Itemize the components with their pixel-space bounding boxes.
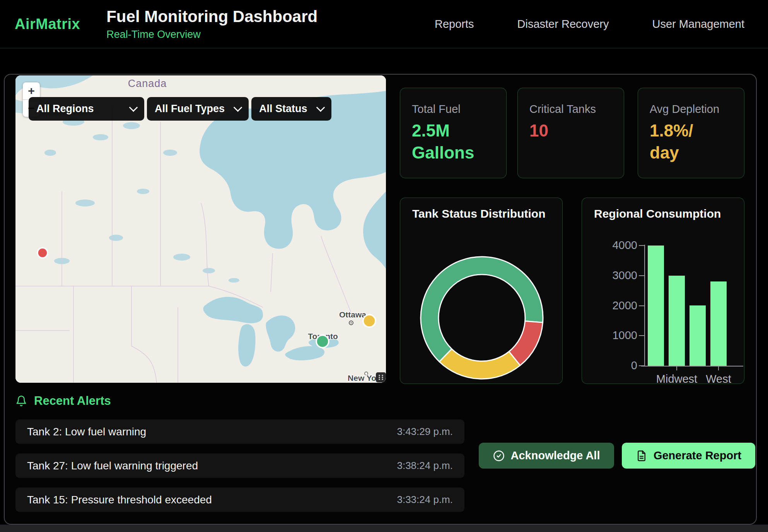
bottom-strip [0,525,768,532]
resize-grip-icon[interactable] [376,372,386,382]
bell-icon [15,395,27,407]
consumption-bar [689,305,706,366]
tank-marker-normal[interactable] [316,335,329,348]
stat-label: Avg Depletion [650,103,732,116]
check-circle-icon [493,450,505,462]
tank-marker-critical[interactable] [38,248,48,258]
map-canvas[interactable]: Canada Toronto Ottawa New York [15,75,386,383]
x-axis-tick-label: Midwest [656,373,697,385]
stat-card-total-fuel: Total Fuel 2.5MGallons [400,88,507,178]
nav-item-reports[interactable]: Reports [435,18,474,31]
generate-report-label: Generate Report [654,449,741,462]
alert-row: Tank 27: Low fuel warning triggered 3:38… [15,454,464,478]
nav-item-user-management[interactable]: User Management [652,18,744,31]
region-filter-dropdown[interactable]: All Regions [29,97,144,121]
y-axis-tick-label: 0 [595,359,637,372]
stat-value: 2.5MGallons [412,119,495,164]
stat-card-avg-depletion: Avg Depletion 1.8%/day [638,88,744,178]
consumption-bar [648,246,664,366]
page-subtitle: Real-Time Overview [106,29,317,41]
alert-row: Tank 2: Low fuel warning 3:43:29 p.m. [15,419,464,444]
alert-text: Tank 27: Low fuel warning triggered [27,460,198,472]
tank-marker-warning[interactable] [363,315,375,327]
stat-label: Total Fuel [412,103,495,116]
stat-value: 1.8%/day [650,119,732,164]
top-header: AirMatrix Fuel Monitoring Dashboard Real… [0,0,768,48]
chevron-down-icon [316,103,325,112]
y-axis-tick-label: 3000 [595,269,637,282]
status-filter-dropdown[interactable]: All Status [251,97,331,121]
y-axis-tick [639,245,644,246]
stat-label: Critical Tanks [529,103,612,116]
alert-time: 3:38:24 p.m. [397,460,453,472]
map-filter-bar: All Regions All Fuel Types All Status [29,97,331,121]
ottawa-town-dot [350,322,352,323]
tank-map[interactable]: Canada Toronto Ottawa New York + [15,75,386,383]
y-axis-tick [639,335,644,336]
consumption-bar [710,281,727,366]
fuel-type-filter-label: All Fuel Types [155,103,225,115]
acknowledge-all-button[interactable]: Acknowledge All [479,443,614,469]
tank-status-card: Tank Status Distribution [400,198,563,384]
tank-status-chart-title: Tank Status Distribution [412,207,545,220]
acknowledge-all-label: Acknowledge All [511,449,600,462]
y-axis-tick [639,365,644,366]
y-axis-tick-label: 1000 [595,329,637,342]
main-panel: Canada Toronto Ottawa New York + [4,74,757,525]
chevron-down-icon [129,103,138,112]
region-filter-label: All Regions [36,103,94,115]
status-filter-label: All Status [259,103,307,115]
donut-segment-warning [439,349,520,379]
y-axis-tick-label: 2000 [595,299,637,312]
page-title: Fuel Monitoring Dashboard [106,7,317,26]
brand-logo: AirMatrix [15,16,80,32]
y-axis-tick [639,305,644,306]
fuel-monitoring-dashboard: { "header": { "brand": "AirMatrix", "tit… [0,0,768,532]
alert-text: Tank 15: Pressure threshold exceeded [27,494,212,506]
alerts-title: Recent Alerts [34,394,111,408]
alert-time: 3:33:24 p.m. [397,494,453,506]
y-axis-tick [639,275,644,276]
document-icon [636,450,647,462]
regional-consumption-card: Regional Consumption 01000200030004000Mi… [582,198,744,384]
stat-value: 10 [529,119,612,142]
alert-row: Tank 15: Pressure threshold exceeded 3:3… [15,488,464,512]
tank-status-donut-chart [416,252,548,384]
bar-chart-plot-area [645,246,742,366]
fuel-type-filter-dropdown[interactable]: All Fuel Types [147,97,249,121]
main-nav: Reports Disaster Recovery User Managemen… [435,18,768,31]
y-axis-tick-label: 4000 [595,239,637,252]
generate-report-button[interactable]: Generate Report [622,443,755,469]
nav-item-disaster-recovery[interactable]: Disaster Recovery [517,18,609,31]
alert-time: 3:43:29 p.m. [397,426,453,438]
x-axis-tick-label: West [706,373,731,385]
alert-text: Tank 2: Low fuel warning [27,426,146,438]
map-label-canada: Canada [128,78,167,89]
chevron-down-icon [234,103,242,112]
x-axis-tick [718,367,719,370]
bar-chart-x-axis [641,366,743,367]
stat-card-critical-tanks: Critical Tanks 10 [517,88,624,178]
title-block: Fuel Monitoring Dashboard Real-Time Over… [106,7,317,41]
alerts-header: Recent Alerts [15,394,111,408]
regional-chart-title: Regional Consumption [594,207,721,220]
consumption-bar [669,276,685,366]
x-axis-tick [676,367,677,370]
map-label-ottawa: Ottawa [339,310,366,319]
